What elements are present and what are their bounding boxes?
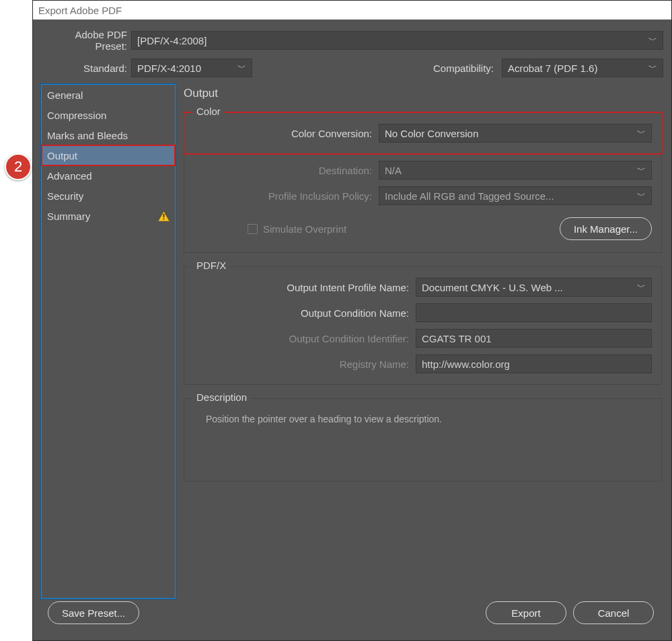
svg-rect-1 [163, 214, 165, 217]
compatibility-label: Compatibility: [433, 63, 494, 74]
window-title: Export Adobe PDF [38, 5, 122, 16]
warning-icon [158, 211, 170, 221]
intent-profile-row: Output Intent Profile Name: Document CMY… [194, 278, 652, 297]
chevron-down-icon: ﹀ [637, 164, 646, 176]
chevron-down-icon: ﹀ [637, 127, 646, 139]
export-button[interactable]: Export [486, 601, 566, 624]
simulate-ink-row: Simulate Overprint Ink Manager... [194, 217, 652, 240]
category-sidebar: General Compression Marks and Bleeds Out… [41, 84, 176, 599]
condition-id-row: Output Condition Identifier: CGATS TR 00… [194, 329, 652, 348]
sidebar-item-label: Security [47, 190, 83, 202]
main-panel: Output Color Color Conversion: No Color … [182, 84, 663, 599]
standard-compat-row: Standard: PDF/X-4:2010 ﹀ Compatibility: … [41, 59, 663, 77]
destination-row: Destination: N/A ﹀ [194, 161, 652, 180]
registry-label: Registry Name: [194, 359, 409, 370]
condition-name-row: Output Condition Name: ﹀ [194, 303, 652, 322]
sidebar-item-label: Summary [47, 211, 90, 222]
chevron-down-icon: ﹀ [648, 34, 657, 46]
sidebar-item-compression[interactable]: Compression [42, 105, 175, 125]
sidebar-item-output[interactable]: Output [42, 145, 175, 165]
sidebar-item-label: Advanced [47, 170, 92, 182]
condition-name-label: Output Condition Name: [194, 307, 409, 319]
condition-id-label: Output Condition Identifier: [194, 333, 409, 344]
annotation-marker-2: 2 [5, 153, 32, 180]
condition-id-value-box: CGATS TR 001 ﹀ [416, 329, 652, 348]
color-group-cont: Destination: N/A ﹀ Profile Inclusion Pol… [184, 155, 662, 253]
sidebar-item-summary[interactable]: Summary [42, 206, 175, 226]
registry-row: Registry Name: http://www.color.org ﹀ [194, 354, 652, 373]
chevron-down-icon: ﹀ [637, 190, 646, 202]
registry-value: http://www.color.org [422, 359, 510, 370]
sidebar-item-advanced[interactable]: Advanced [42, 165, 175, 186]
intent-profile-label: Output Intent Profile Name: [194, 282, 409, 293]
color-conversion-dropdown[interactable]: No Color Conversion ﹀ [379, 124, 652, 143]
window-titlebar: Export Adobe PDF [33, 1, 671, 20]
preset-value: [PDF/X-4:2008] [137, 35, 207, 46]
profile-policy-dropdown: Include All RGB and Tagged Source... ﹀ [379, 186, 652, 205]
preset-label: Adobe PDF Preset: [41, 29, 127, 52]
color-conversion-label: Color Conversion: [194, 128, 372, 139]
profile-policy-label: Profile Inclusion Policy: [194, 190, 372, 202]
chevron-down-icon: ﹀ [237, 62, 246, 74]
sidebar-item-label: Compression [47, 110, 106, 121]
color-conversion-value: No Color Conversion [385, 128, 478, 139]
condition-name-input[interactable]: ﹀ [416, 303, 652, 322]
pdfx-group-title: PDF/X [192, 260, 230, 271]
save-preset-button[interactable]: Save Preset... [48, 601, 139, 624]
top-options: Adobe PDF Preset: [PDF/X-4:2008] ﹀ Stand… [41, 29, 663, 77]
destination-value: N/A [385, 165, 402, 176]
dialog-footer: Save Preset... Export Cancel [41, 599, 663, 632]
pdfx-group: PDF/X Output Intent Profile Name: Docume… [184, 266, 662, 385]
compatibility-value: Acrobat 7 (PDF 1.6) [508, 63, 597, 74]
chevron-down-icon: ﹀ [637, 281, 646, 293]
mid-content: General Compression Marks and Bleeds Out… [41, 84, 663, 599]
simulate-overprint-checkbox: Simulate Overprint [248, 223, 346, 235]
destination-dropdown: N/A ﹀ [379, 161, 652, 180]
sidebar-item-label: General [47, 89, 83, 101]
registry-value-box: http://www.color.org ﹀ [416, 354, 652, 373]
condition-id-value: CGATS TR 001 [422, 333, 492, 344]
sidebar-item-label: Marks and Bleeds [47, 130, 128, 141]
color-group: Color Color Conversion: No Color Convers… [184, 112, 662, 154]
description-group: Description Position the pointer over a … [184, 398, 662, 482]
color-group-title: Color [192, 106, 225, 117]
description-text: Position the pointer over a heading to v… [194, 410, 652, 427]
standard-value: PDF/X-4:2010 [137, 63, 201, 74]
profile-policy-row: Profile Inclusion Policy: Include All RG… [194, 186, 652, 205]
profile-policy-value: Include All RGB and Tagged Source... [385, 190, 554, 202]
ink-manager-button[interactable]: Ink Manager... [560, 217, 652, 240]
sidebar-item-marks-bleeds[interactable]: Marks and Bleeds [42, 125, 175, 145]
cancel-button[interactable]: Cancel [573, 601, 654, 624]
color-conversion-row: Color Conversion: No Color Conversion ﹀ [194, 124, 652, 143]
sidebar-item-label: Output [47, 150, 77, 161]
intent-profile-dropdown[interactable]: Document CMYK - U.S. Web ... ﹀ [416, 278, 652, 297]
compatibility-dropdown[interactable]: Acrobat 7 (PDF 1.6) ﹀ [502, 59, 663, 77]
panel-title: Output [184, 87, 662, 100]
destination-label: Destination: [194, 165, 372, 176]
simulate-overprint-label: Simulate Overprint [263, 223, 346, 235]
standard-dropdown[interactable]: PDF/X-4:2010 ﹀ [131, 59, 252, 77]
chevron-down-icon: ﹀ [648, 62, 657, 74]
sidebar-item-general[interactable]: General [42, 85, 175, 105]
export-pdf-window: Export Adobe PDF Adobe PDF Preset: [PDF/… [32, 0, 672, 641]
preset-dropdown[interactable]: [PDF/X-4:2008] ﹀ [131, 31, 663, 50]
window-body: Adobe PDF Preset: [PDF/X-4:2008] ﹀ Stand… [33, 20, 671, 640]
svg-rect-2 [163, 218, 165, 219]
sidebar-item-security[interactable]: Security [42, 186, 175, 206]
intent-profile-value: Document CMYK - U.S. Web ... [422, 282, 563, 293]
preset-row: Adobe PDF Preset: [PDF/X-4:2008] ﹀ [41, 29, 663, 52]
standard-label: Standard: [41, 63, 127, 74]
description-group-title: Description [192, 391, 251, 403]
checkbox-box [248, 224, 258, 234]
